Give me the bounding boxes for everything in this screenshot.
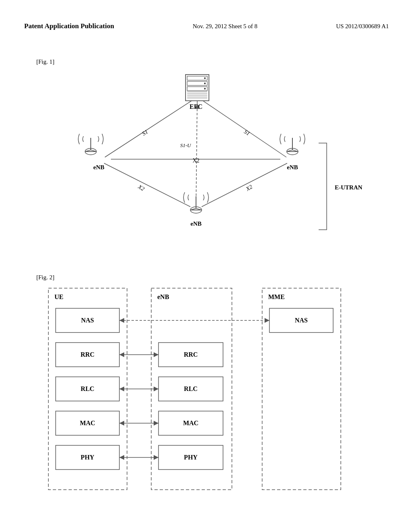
s1u-label: S1-U — [180, 142, 192, 148]
header-center: Nov. 29, 2012 Sheet 5 of 8 — [193, 23, 258, 30]
ue-phy: PHY — [81, 454, 94, 461]
enb-mac: MAC — [183, 420, 198, 426]
header-left: Patent Application Publication — [24, 22, 114, 30]
enb-rrc: RRC — [184, 351, 198, 358]
svg-marker-47 — [154, 387, 159, 391]
svg-marker-51 — [119, 421, 124, 426]
svg-line-24 — [203, 101, 286, 157]
svg-marker-37 — [265, 318, 269, 323]
ue-rrc: RRC — [81, 351, 95, 358]
svg-point-9 — [204, 83, 206, 84]
x2-left-label: X2 — [137, 183, 146, 192]
enb-left-label: eNB — [93, 164, 104, 170]
enb-label: eNB — [157, 293, 169, 300]
fig1-diagram: EPC eNB — [36, 62, 383, 260]
header: Patent Application Publication Nov. 29, … — [0, 22, 413, 30]
fig2-diagram: UE eNB MME NAS NAS RRC — [36, 282, 383, 508]
header-right: US 2012/0300689 A1 — [336, 23, 389, 30]
mme-label: MME — [268, 293, 285, 300]
x2-label: X2 — [192, 158, 199, 164]
ue-label: UE — [54, 293, 63, 300]
enb-rlc: RLC — [184, 385, 198, 392]
svg-point-8 — [204, 77, 206, 79]
svg-marker-14 — [85, 150, 96, 152]
ue-mac: MAC — [80, 420, 95, 426]
svg-marker-46 — [119, 387, 124, 391]
svg-marker-22 — [190, 208, 202, 210]
svg-line-23 — [105, 101, 192, 157]
ue-nas: NAS — [81, 317, 94, 324]
fig2-label: [Fig. 2] — [36, 274, 54, 281]
s1-left-label: S1 — [141, 129, 149, 137]
svg-line-25 — [196, 101, 197, 206]
page: Patent Application Publication Nov. 29, … — [0, 0, 413, 532]
svg-line-27 — [104, 163, 190, 207]
ue-rlc: RLC — [81, 385, 94, 392]
svg-marker-41 — [119, 352, 124, 357]
svg-line-28 — [202, 163, 287, 207]
svg-point-10 — [204, 88, 206, 89]
x2-right-label: X2 — [244, 184, 253, 192]
enb-right-label: eNB — [287, 164, 298, 170]
svg-marker-56 — [119, 455, 124, 460]
enb-bottom-label: eNB — [190, 220, 202, 227]
svg-marker-57 — [154, 455, 159, 460]
svg-marker-36 — [119, 318, 124, 323]
svg-marker-42 — [154, 352, 159, 357]
enb-phy: PHY — [184, 454, 198, 461]
svg-marker-52 — [154, 421, 159, 426]
svg-marker-18 — [287, 150, 298, 152]
s1-right-label: S1 — [243, 129, 251, 137]
mme-nas: NAS — [295, 317, 308, 324]
eutran-label: E-UTRAN — [335, 184, 363, 191]
